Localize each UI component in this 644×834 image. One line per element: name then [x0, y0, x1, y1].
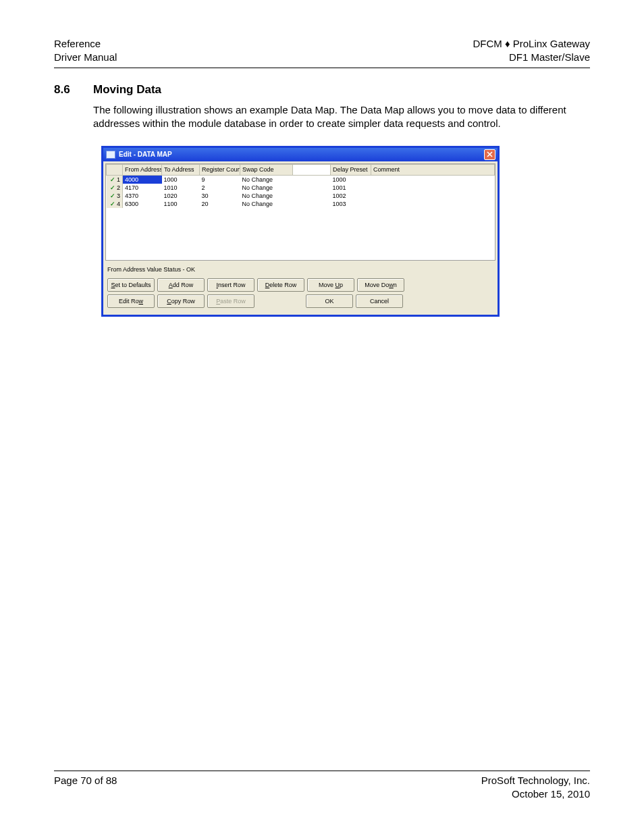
cell-comment[interactable]: [371, 175, 495, 184]
cell-to-address[interactable]: 1020: [162, 192, 200, 200]
status-text: From Address Value Status - OK: [107, 266, 493, 273]
section-heading: 8.6 Moving Data: [54, 83, 590, 97]
dialog-titlebar[interactable]: Edit - DATA MAP: [103, 148, 498, 161]
add-row-button[interactable]: Add Row: [157, 278, 205, 292]
table-row[interactable]: ✓1400010009No Change1000: [107, 175, 495, 184]
dialog-title: Edit - DATA MAP: [119, 151, 484, 158]
cell-delay-preset[interactable]: 1001: [331, 184, 371, 192]
section-number: 8.6: [54, 83, 93, 97]
cell-comment[interactable]: [371, 184, 495, 192]
paste-row-button: Paste Row: [207, 294, 254, 308]
cell-to-address[interactable]: 1010: [162, 184, 200, 192]
close-icon[interactable]: [484, 149, 495, 160]
col-header-to[interactable]: To Address: [162, 164, 200, 175]
set-defaults-button[interactable]: Set to Defaults: [107, 278, 155, 292]
footer-right-2: October 15, 2010: [481, 787, 590, 801]
footer-right-1: ProSoft Technology, Inc.: [481, 774, 590, 787]
col-header-swap[interactable]: Swap Code: [240, 164, 293, 175]
edit-data-map-dialog: Edit - DATA MAP: [101, 146, 500, 317]
move-down-button[interactable]: Move Down: [357, 278, 404, 292]
col-header-regcount[interactable]: Register Count: [200, 164, 240, 175]
cell-register-count[interactable]: 30: [200, 192, 240, 200]
cell-from-address[interactable]: 4170: [123, 184, 162, 192]
cell-swap-code[interactable]: No Change: [240, 192, 293, 200]
data-map-grid[interactable]: From Address To Address Register Count S…: [105, 163, 495, 261]
col-header-comment[interactable]: Comment: [371, 164, 495, 175]
header-right-2: DF1 Master/Slave: [473, 51, 590, 64]
header-left-1: Reference: [54, 37, 117, 51]
cell-from-address[interactable]: 4000: [123, 175, 162, 184]
footer-left: Page 70 of 88: [54, 774, 117, 800]
header-right-1: DFCM ♦ ProLinx Gateway: [473, 37, 590, 51]
delete-row-button[interactable]: Delete Row: [257, 278, 304, 292]
cell-delay-preset[interactable]: 1002: [331, 192, 371, 200]
move-up-button[interactable]: Move Up: [307, 278, 354, 292]
table-row[interactable]: ✓2417010102No Change1001: [107, 184, 495, 192]
insert-row-button[interactable]: Insert Row: [207, 278, 254, 292]
col-header-delay[interactable]: Delay Preset: [331, 164, 371, 175]
cell-to-address[interactable]: 1000: [162, 175, 200, 184]
table-row[interactable]: ✓34370102030No Change1002: [107, 192, 495, 200]
cell-from-address[interactable]: 4370: [123, 192, 162, 200]
ok-button[interactable]: OK: [306, 294, 353, 308]
cell-delay-preset[interactable]: 1003: [331, 200, 371, 208]
copy-row-button[interactable]: Copy Row: [157, 294, 205, 308]
cancel-button[interactable]: Cancel: [356, 294, 403, 308]
cell-delay-preset[interactable]: 1000: [331, 175, 371, 184]
cell-to-address[interactable]: 1100: [162, 200, 200, 208]
row-index: ✓1: [107, 175, 123, 184]
header-divider: [54, 68, 590, 68]
col-header-from[interactable]: From Address: [123, 164, 162, 175]
edit-row-button[interactable]: Edit Row: [107, 294, 155, 308]
page-footer: Page 70 of 88 ProSoft Technology, Inc. O…: [54, 774, 590, 800]
row-index: ✓2: [107, 184, 123, 192]
header-left-2: Driver Manual: [54, 51, 117, 64]
section-title: Moving Data: [93, 83, 161, 97]
footer-divider: [54, 771, 590, 771]
page-header: Reference Driver Manual DFCM ♦ ProLinx G…: [54, 37, 590, 63]
section-body: The following illustration shows an exam…: [93, 103, 590, 131]
cell-from-address[interactable]: 6300: [123, 200, 162, 208]
row-index: ✓4: [107, 200, 123, 208]
cell-register-count[interactable]: 20: [200, 200, 240, 208]
window-icon: [106, 151, 115, 159]
cell-register-count[interactable]: 9: [200, 175, 240, 184]
cell-comment[interactable]: [371, 192, 495, 200]
col-header-index: [107, 164, 123, 175]
cell-register-count[interactable]: 2: [200, 184, 240, 192]
row-index: ✓3: [107, 192, 123, 200]
cell-swap-code[interactable]: No Change: [240, 184, 293, 192]
cell-swap-code[interactable]: No Change: [240, 175, 293, 184]
table-row[interactable]: ✓46300110020No Change1003: [107, 200, 495, 208]
cell-swap-code[interactable]: No Change: [240, 200, 293, 208]
grid-header-row: From Address To Address Register Count S…: [107, 164, 495, 175]
cell-comment[interactable]: [371, 200, 495, 208]
